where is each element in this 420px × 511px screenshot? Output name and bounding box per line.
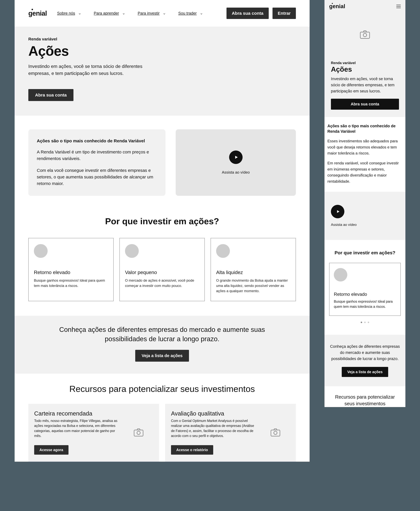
video-caption: Assista ao vídeo [331,223,405,227]
intro-text-card: Ações são o tipo mais conhecido de Renda… [28,129,165,196]
camera-icon [270,428,280,437]
card-desc: Busque ganhos expressivos! Ideal para qu… [334,299,396,309]
camera-icon [134,428,143,437]
card-desc: O mercado de ações é acessível, você pod… [125,278,199,288]
hero-cta-button[interactable]: Abra sua conta [331,99,399,110]
resource-card-desc: Com o Genial Optimum Market Analysus é p… [171,418,256,438]
intro-paragraph-1: Esses investimentos são adequados para v… [327,138,403,156]
play-icon [336,209,340,214]
mobile-hero: genial Renda variável Ações Investindo e… [324,0,405,117]
resources-title: Recursos para potencializar seus investi… [324,386,405,407]
card-desc: Busque ganhos expressivos! Ideal para qu… [34,278,108,288]
why-title: Por que investir em ações? [28,216,296,226]
mobile-why: Por que investir em ações? Retorno eleva… [324,240,405,335]
hero-cta-button[interactable]: Abra sua conta [28,89,74,101]
resource-card-button[interactable]: Acesse o relatório [171,445,213,455]
nav-item-sobre[interactable]: Sobre nós [57,11,81,16]
why-card: Retorno elevado Busque ganhos expressivo… [329,263,401,316]
why-cards: Retorno elevado Busque ganhos expressivo… [28,238,296,301]
why-invest-section: Por que investir em ações? Retorno eleva… [15,196,310,316]
card-icon-placeholder [34,244,48,258]
hamburger-menu[interactable] [396,5,401,8]
resources-section: Recursos para potencializar seus investi… [15,374,310,462]
logo[interactable]: genial [28,9,47,17]
header-buttons: Abra sua conta Entrar [226,7,296,19]
hamburger-icon [396,5,401,8]
mobile-video: Assista ao vídeo [324,192,405,240]
logo[interactable]: genial [329,3,345,9]
hero-title: Ações [331,65,399,73]
resources-cards: Carteira recomendada Todo mês, nosso est… [28,404,296,462]
resource-card-title: Avaliação qualitativa [171,410,256,417]
intro-section: Ações são o tipo mais conhecido de Renda… [15,116,310,196]
intro-heading: Ações são o tipo mais conhecido de Renda… [37,138,157,143]
logo-dot-icon [332,3,333,4]
svg-point-4 [274,431,277,434]
hero-subtitle: Investindo em ações, você se torna sócio… [28,63,145,77]
mobile-intro: Ações são o tipo mais conhecido de Renda… [324,117,405,192]
hero-subtitle: Investindo em ações, você se torna sócio… [331,76,399,94]
hero-title: Ações [28,43,296,59]
cta-text: Conheça ações de diferentes empresas do … [330,344,400,362]
play-button[interactable] [229,150,243,164]
camera-icon [360,30,370,39]
cta-list-button[interactable]: Veja a lista de ações [135,350,189,362]
svg-rect-3 [271,430,280,436]
intro-paragraph-2: Em renda variável, você consegue investi… [327,160,403,184]
svg-rect-8 [360,32,370,38]
mobile-mock: genial Renda variável Ações Investindo e… [324,0,405,407]
card-title: Valor pequeno [125,269,199,275]
chevron-down-icon [163,12,166,15]
open-account-button[interactable]: Abra sua conta [226,7,269,19]
play-button[interactable] [331,205,344,218]
logo-dot-icon [31,9,33,10]
intro-paragraph-1: A Renda Variável é um tipo de investimen… [37,149,157,162]
mobile-header: genial [324,0,405,13]
card-icon-placeholder [334,268,347,281]
why-card-liquidez: Alta liquidez O grande movimento da Bols… [210,238,296,301]
video-caption: Assista ao vídeo [222,170,250,175]
hero-image-placeholder [324,13,405,57]
card-desc: O grande movimento da Bolsa ajuda a mant… [216,278,290,294]
dot [364,322,366,323]
desktop-header: genial Sobre nós Para aprender Para inve… [15,0,310,19]
main-nav: Sobre nós Para aprender Para investir So… [57,11,216,16]
resource-card-title: Carteira recomendada [34,410,120,417]
svg-marker-10 [337,210,339,213]
why-card-valor: Valor pequeno O mercado de ações é acess… [120,238,205,301]
mobile-resources: Recursos para potencializar seus investi… [324,386,405,407]
cta-list-button[interactable]: Veja a lista de ações [342,367,388,377]
carousel-dots[interactable] [329,322,401,323]
hero-text: Renda variável Ações Investindo em ações… [324,57,405,117]
resources-title: Recursos para potencializar seus investi… [28,384,296,394]
play-icon [234,155,239,159]
card-title: Retorno elevado [334,292,396,297]
chevron-down-icon [122,12,125,15]
logo-text: genial [329,3,345,9]
login-button[interactable]: Entrar [272,7,296,19]
svg-point-2 [137,431,140,434]
why-card-retorno: Retorno elevado Busque ganhos expressivo… [28,238,114,301]
why-title: Por que investir em ações? [329,250,401,255]
resource-card-button[interactable]: Acesse agora [34,445,68,455]
hero-section: Renda variável Ações Investindo em ações… [15,27,310,116]
card-icon-placeholder [216,244,230,258]
intro-paragraph-2: Com ela você consegue investir em difere… [37,167,157,187]
chevron-down-icon [78,12,81,15]
nav-item-trader[interactable]: Sou trader [178,11,203,16]
image-placeholder [261,410,290,455]
hero-eyebrow: Renda variável [331,61,399,65]
card-title: Retorno elevado [34,269,108,275]
card-icon-placeholder [125,244,139,258]
resource-card-avaliacao: Avaliação qualitativa Com o Genial Optim… [165,404,296,462]
resource-card-carteira: Carteira recomendada Todo mês, nosso est… [28,404,159,462]
nav-item-investir[interactable]: Para investir [138,11,166,16]
mobile-cta-banner: Conheça ações de diferentes empresas do … [324,335,405,386]
hero-eyebrow: Renda variável [28,37,296,41]
dot [368,322,369,323]
nav-label: Sou trader [178,11,197,16]
cta-text: Conheça ações de diferentes empresas do … [50,325,275,344]
image-placeholder [124,410,153,455]
nav-item-aprender[interactable]: Para aprender [94,11,125,16]
dot-active [361,322,362,323]
